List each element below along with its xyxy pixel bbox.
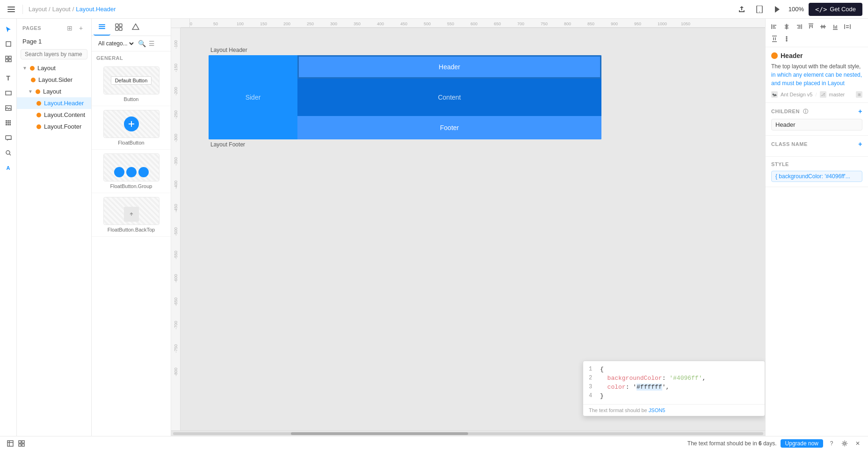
distribute-v-icon[interactable] (769, 34, 780, 44)
canvas-tool-search[interactable] (2, 146, 15, 160)
bottom-layers-icon[interactable] (6, 439, 15, 448)
ruler-v-250: -250 (174, 110, 178, 119)
upgrade-button[interactable]: Upgrade now (781, 439, 823, 448)
svg-rect-22 (7, 120, 9, 122)
children-info-icon: ⓘ (803, 109, 809, 114)
canvas-scrollbar[interactable] (171, 430, 765, 436)
tree-item-sider[interactable]: Layout.Sider (17, 74, 91, 86)
scrollbar-thumb[interactable] (291, 432, 468, 435)
layout-content-vis[interactable]: Content (297, 79, 601, 116)
canvas-tool-ai[interactable]: A (2, 161, 15, 174)
bottom-help-icon[interactable]: ? (827, 439, 836, 448)
layers-search-input[interactable] (21, 49, 87, 59)
ruler-mark-150: 150 (260, 22, 267, 26)
ruler-mark-50: 50 (213, 22, 218, 26)
scrollbar-track[interactable] (173, 432, 763, 435)
search-icon[interactable]: 🔍 (138, 40, 146, 47)
canvas-content: Layout Header Sider Header Content (181, 28, 765, 430)
align-top-icon[interactable] (806, 22, 816, 32)
canvas-tool-rect[interactable] (2, 87, 15, 100)
export-icon[interactable] (735, 3, 748, 16)
layers-add-icon[interactable]: + (76, 23, 86, 33)
children-add-icon[interactable]: + (858, 108, 862, 115)
breadcrumb-layout1[interactable]: Layout (29, 6, 47, 13)
get-code-button[interactable]: </> Get Code (809, 3, 862, 16)
canvas-tool-comment[interactable] (2, 131, 15, 145)
canvas-tool-grid[interactable] (2, 116, 15, 130)
style-section-title: STYLE (771, 161, 862, 167)
bottom-grid-icon[interactable] (17, 439, 26, 448)
svg-rect-7 (99, 26, 105, 27)
ruler-v-400: -400 (174, 181, 178, 189)
ant-icon: 🐜 (771, 91, 778, 98)
toolbar-spacer1 (8, 68, 8, 69)
svg-rect-6 (99, 24, 105, 25)
breadcrumb-layout2[interactable]: Layout (52, 6, 71, 13)
tab-components[interactable] (110, 19, 127, 36)
tree-item-layout2[interactable]: ▼ Layout (17, 86, 91, 97)
align-center-h-icon[interactable] (781, 22, 792, 32)
canvas-tool-frame[interactable] (2, 37, 15, 51)
menu-icon[interactable] (6, 4, 17, 15)
children-item: Header (771, 119, 862, 131)
mini-btn2 (126, 167, 137, 177)
play-icon[interactable] (771, 3, 784, 16)
component-button[interactable]: Default Button Button (92, 63, 171, 106)
svg-marker-5 (775, 6, 780, 13)
classname-section-title: CLASS NAME + (771, 140, 862, 148)
arrow-icon: ▼ (22, 65, 27, 71)
canvas-tool-component[interactable] (2, 52, 15, 65)
line-text-4: } (600, 392, 604, 399)
tree-item-layout1[interactable]: ▼ Layout (17, 62, 91, 74)
classname-add-icon[interactable]: + (858, 140, 862, 148)
code-editor-footer: The text format should be JSON5 (583, 404, 765, 416)
align-bottom-icon[interactable] (830, 22, 840, 32)
layout-footer-label: Layout Footer (210, 141, 765, 148)
tree-item-content[interactable]: Layout.Content (17, 109, 91, 121)
svg-rect-39 (22, 444, 24, 446)
more-align-icon[interactable] (781, 34, 792, 44)
floatbutton-group-label: FloatButton.Group (110, 183, 152, 189)
tab-layers[interactable] (94, 19, 110, 36)
layout-header-vis[interactable]: Header (297, 55, 601, 79)
layout-visualization[interactable]: Sider Header Content Footer (209, 55, 601, 139)
tree-item-header[interactable]: Layout.Header (17, 97, 91, 109)
ruler-mark-400: 400 (377, 22, 384, 26)
props-panel: Header The top layout with the default s… (765, 19, 868, 436)
align-center-v-icon[interactable] (818, 22, 828, 32)
category-select[interactable]: All catego... (96, 40, 135, 47)
layout-sider[interactable]: Sider (209, 55, 297, 139)
svg-rect-16 (9, 56, 11, 58)
tree-item-footer[interactable]: Layout.Footer (17, 121, 91, 132)
get-code-icon: </> (815, 6, 827, 13)
layout-header-label: Layout Header (210, 47, 765, 53)
footer-dot (36, 124, 41, 129)
ruler-mark-300: 300 (330, 22, 337, 26)
component-backtop[interactable]: FloatButton.BackTop (92, 193, 171, 237)
canvas-tool-select[interactable] (2, 22, 15, 36)
svg-rect-24 (6, 122, 7, 123)
canvas-tool-text[interactable]: T (2, 72, 15, 85)
ruler-mark-900: 900 (611, 22, 618, 26)
branch-icon: ⎇ (820, 91, 826, 98)
page-item[interactable]: Page 1 (17, 36, 91, 47)
bottom-settings-icon[interactable] (840, 439, 849, 448)
component-section-title: GENERAL (92, 51, 171, 63)
align-right-icon[interactable] (794, 22, 804, 32)
bottom-close-icon[interactable]: ✕ (853, 439, 862, 448)
style-value[interactable]: { backgroundColor: '#4096ff'... (771, 171, 862, 182)
layout-footer-vis[interactable]: Footer (297, 116, 601, 139)
component-floatbutton-group[interactable]: FloatButton.Group (92, 150, 171, 193)
canvas-area: 0 50 100 150 200 250 300 350 400 450 500… (171, 19, 765, 436)
tab-assets[interactable] (127, 19, 144, 36)
table-icon[interactable]: ⊞ (856, 91, 862, 98)
mobile-icon[interactable] (753, 3, 766, 16)
component-floatbutton[interactable]: FloatButton (92, 106, 171, 150)
layers-expand-icon[interactable]: ⊞ (65, 23, 74, 33)
distribute-h-icon[interactable] (842, 22, 853, 32)
json5-link[interactable]: JSON5 (649, 407, 665, 413)
list-icon[interactable]: ☰ (149, 40, 155, 47)
align-left-icon[interactable] (769, 22, 780, 32)
svg-rect-19 (6, 91, 11, 95)
canvas-tool-image[interactable] (2, 102, 15, 115)
